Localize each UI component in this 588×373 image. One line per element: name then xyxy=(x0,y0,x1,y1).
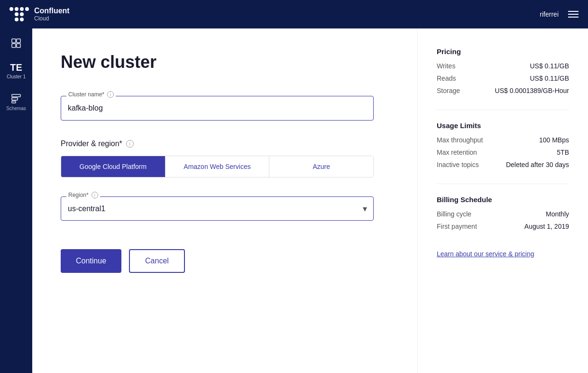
max-throughput-label: Max throughput xyxy=(437,136,483,144)
navbar-logo: Confluent Cloud xyxy=(9,5,70,24)
pricing-reads-label: Reads xyxy=(437,75,456,82)
usage-limits-title: Usage Limits xyxy=(437,121,569,130)
provider-tab-aws[interactable]: Amazon Web Services xyxy=(165,156,270,177)
region-info-icon[interactable]: i xyxy=(92,192,98,198)
provider-tab-gcp[interactable]: Google Cloud Platform xyxy=(61,156,165,177)
sidebar-item-schemas[interactable]: Schemas xyxy=(6,93,26,111)
continue-button[interactable]: Continue xyxy=(61,249,121,273)
svg-rect-2 xyxy=(12,44,16,47)
region-field: Region* i us-central1 us-east1 us-west1 … xyxy=(61,196,374,221)
billing-schedule-section: Billing Schedule Billing cycle Monthly F… xyxy=(437,196,569,230)
provider-region-section: Provider & region* i Google Cloud Platfo… xyxy=(61,140,389,177)
sidebar: TE Cluster 1 Schemas xyxy=(0,28,32,373)
cluster-name-info-icon[interactable]: i xyxy=(107,91,114,98)
svg-rect-5 xyxy=(12,98,18,100)
region-select[interactable]: us-central1 us-east1 us-west1 europe-wes… xyxy=(61,196,374,221)
svg-rect-0 xyxy=(12,39,16,43)
divider-1 xyxy=(437,110,569,110)
max-retention-label: Max retention xyxy=(437,149,477,156)
pricing-reads-row: Reads US$ 0.11/GB xyxy=(437,75,569,82)
max-retention-value: 5TB xyxy=(557,149,569,156)
svg-rect-6 xyxy=(12,101,16,103)
pricing-storage-label: Storage xyxy=(437,87,460,94)
navbar-subtitle: Cloud xyxy=(34,15,70,22)
inactive-topics-label: Inactive topics xyxy=(437,161,479,168)
billing-cycle-row: Billing cycle Monthly xyxy=(437,210,569,218)
usage-limits-section: Usage Limits Max throughput 100 MBps Max… xyxy=(437,121,569,168)
provider-tabs: Google Cloud Platform Amazon Web Service… xyxy=(61,156,374,177)
sidebar-item-dashboard[interactable] xyxy=(11,38,21,48)
pricing-storage-row: Storage US$ 0.0001389/GB-Hour xyxy=(437,87,569,94)
max-retention-row: Max retention 5TB xyxy=(437,149,569,156)
button-row: Continue Cancel xyxy=(61,249,389,273)
pricing-title: Pricing xyxy=(437,47,569,56)
navbar: Confluent Cloud riferrei xyxy=(0,0,588,28)
divider-2 xyxy=(437,184,569,184)
provider-tab-azure[interactable]: Azure xyxy=(269,156,373,177)
inactive-topics-value: Deleted after 30 days xyxy=(506,161,569,168)
hamburger-menu[interactable] xyxy=(568,11,579,18)
pricing-reads-value: US$ 0.11/GB xyxy=(530,75,570,82)
learn-pricing-link[interactable]: Learn about our service & pricing xyxy=(437,250,534,258)
first-payment-row: First payment August 1, 2019 xyxy=(437,223,569,230)
region-select-wrapper: us-central1 us-east1 us-west1 europe-wes… xyxy=(61,196,374,221)
cluster-abbr: TE xyxy=(10,63,22,72)
pricing-writes-label: Writes xyxy=(437,62,455,70)
pricing-section: Pricing Writes US$ 0.11/GB Reads US$ 0.1… xyxy=(437,47,569,94)
content-area: New cluster Cluster name* i Provider & r… xyxy=(32,28,588,373)
provider-info-icon[interactable]: i xyxy=(126,140,134,148)
billing-cycle-label: Billing cycle xyxy=(437,210,471,218)
billing-cycle-value: Monthly xyxy=(546,210,569,218)
max-throughput-row: Max throughput 100 MBps xyxy=(437,136,569,144)
navbar-right: riferrei xyxy=(540,10,579,18)
svg-rect-3 xyxy=(17,44,20,47)
pricing-storage-value: US$ 0.0001389/GB-Hour xyxy=(495,87,569,94)
schemas-label: Schemas xyxy=(6,106,26,111)
region-label: Region* i xyxy=(66,192,100,198)
inactive-topics-row: Inactive topics Deleted after 30 days xyxy=(437,161,569,168)
first-payment-label: First payment xyxy=(437,223,477,230)
navbar-title: Confluent xyxy=(34,7,70,15)
cluster-name-field: Cluster name* i xyxy=(61,96,374,121)
main-layout: TE Cluster 1 Schemas New cluster Cluster… xyxy=(0,28,588,373)
sidebar-item-cluster[interactable]: TE Cluster 1 xyxy=(7,63,26,79)
svg-rect-1 xyxy=(17,39,20,43)
svg-rect-4 xyxy=(12,94,20,97)
provider-region-label: Provider & region* i xyxy=(61,140,389,148)
pricing-writes-value: US$ 0.11/GB xyxy=(530,62,570,70)
cluster-name-label: Cluster name* i xyxy=(66,91,116,98)
confluent-logo-icon xyxy=(9,5,28,24)
pricing-writes-row: Writes US$ 0.11/GB xyxy=(437,62,569,70)
navbar-user: riferrei xyxy=(540,10,559,18)
max-throughput-value: 100 MBps xyxy=(539,136,569,144)
cluster-name-input[interactable] xyxy=(61,96,374,121)
billing-schedule-title: Billing Schedule xyxy=(437,196,569,204)
page-title: New cluster xyxy=(61,52,389,72)
cancel-button[interactable]: Cancel xyxy=(129,249,185,273)
cluster-label: Cluster 1 xyxy=(7,74,26,79)
first-payment-value: August 1, 2019 xyxy=(524,223,569,230)
form-section: New cluster Cluster name* i Provider & r… xyxy=(32,28,417,373)
pricing-panel: Pricing Writes US$ 0.11/GB Reads US$ 0.1… xyxy=(417,28,588,373)
